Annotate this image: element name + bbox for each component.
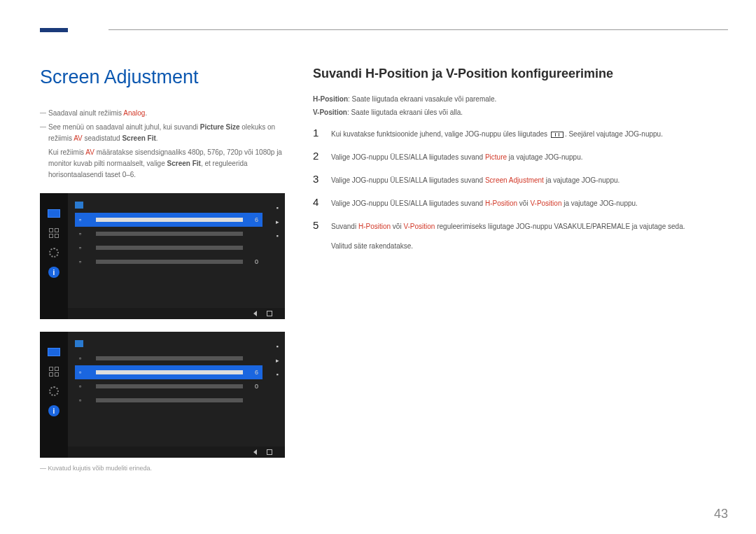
step-5: 5Suvandi H-Position või V-Position regul… (313, 219, 728, 232)
slider (96, 398, 243, 402)
row-icon: ▫ (79, 369, 90, 376)
text: . Seejärel vajutage JOG-nuppu. (565, 130, 663, 138)
vpos-label: V-Position (313, 108, 347, 116)
header-rule (108, 29, 728, 30)
slider (96, 246, 243, 250)
row-icon: ▫ (79, 244, 90, 251)
monitor-icon (46, 346, 62, 358)
slider (96, 356, 243, 360)
osd1-sidebar-right: ▪ ▸ ▪ (270, 193, 285, 319)
exit-icon (267, 311, 272, 316)
highlight: H-Position (358, 223, 391, 230)
text: Valige JOG-nuppu ÜLES/ALLA liigutades su… (331, 199, 485, 207)
osd1-row-1: ▫ (75, 227, 262, 241)
info-icon: i (46, 405, 62, 417)
osd1-sidebar: i (40, 193, 68, 319)
osd2-footer (68, 447, 285, 458)
osd1-row-3: ▫ 0 (75, 255, 262, 269)
header-accent (40, 28, 68, 32)
osd-screenshot-2: i ▫ ▫ 6 ▫ 0 (40, 332, 285, 458)
footnote: ― Kuvatud kujutis võib mudeliti erineda. (40, 465, 285, 472)
text: või (391, 223, 403, 230)
step-4: 4Valige JOG-nuppu ÜLES/ALLA liigutades s… (313, 196, 728, 209)
highlight: Picture (485, 153, 507, 161)
step-text: Valige JOG-nuppu ÜLES/ALLA liigutades su… (331, 198, 638, 209)
back-icon (253, 449, 257, 455)
text: Kui kuvatakse funktsioonide juhend, vali… (331, 130, 550, 138)
osd1-footer (68, 308, 285, 319)
osd-screenshot-1: i ▫ 6 ▫ ▫ (40, 193, 285, 319)
osd2-sidebar: i (40, 332, 68, 458)
note-screenfit: See menüü on saadaval ainult juhul, kui … (40, 122, 285, 144)
osd2-row-2: ▫ 0 (75, 379, 262, 393)
steps-list: 1Kui kuvatakse funktsioonide juhend, val… (313, 127, 728, 232)
left-column: Screen Adjustment Saadaval ainult režiim… (40, 66, 285, 472)
text: ja vajutage JOG-nuppu. (561, 199, 637, 207)
joy-right-icon: ▸ (274, 357, 281, 364)
osd2-row-1: ▫ 6 (75, 365, 262, 379)
step-2: 2Valige JOG-nuppu ÜLES/ALLA liigutades s… (313, 150, 728, 163)
highlight: H-Position (485, 199, 517, 207)
ns1d: Screen Fit (167, 160, 201, 167)
step-1: 1Kui kuvatakse funktsioonide juhend, val… (313, 127, 728, 140)
page-body: Screen Adjustment Saadaval ainult režiim… (0, 0, 756, 493)
text: Suvandi (331, 223, 358, 230)
vposition-desc: V-Position: Saate liigutada ekraani üles… (313, 107, 728, 118)
osd1-val-0: 6 (248, 216, 258, 223)
grid-icon (46, 227, 62, 239)
slider (96, 384, 243, 388)
text: ja vajutage JOG-nuppu. (544, 176, 620, 184)
osd1-val-3: 0 (248, 258, 258, 265)
step-number: 5 (313, 219, 321, 231)
text: reguleerimiseks liigutage JOG-nuppu VASA… (435, 223, 685, 230)
row-icon: ▫ (79, 230, 90, 237)
n2f: Screen Fit (122, 134, 155, 142)
vpos-text: : Saate liigutada ekraani üles või alla. (347, 108, 463, 116)
row-icon: ▫ (79, 258, 90, 265)
osd2-main: ▫ ▫ 6 ▫ 0 ▫ (68, 332, 270, 458)
slider (96, 260, 243, 264)
slider (96, 370, 243, 374)
row-icon: ▫ (79, 383, 90, 390)
monitor-icon (46, 207, 62, 220)
info-icon: i (46, 266, 62, 279)
exit-icon (267, 449, 272, 455)
page-title: Screen Adjustment (40, 66, 285, 88)
section-heading: Suvandi H-Position ja V-Position konfigu… (313, 66, 728, 81)
step-text: Kui kuvatakse funktsioonide juhend, vali… (331, 129, 663, 140)
highlight: V-Position (530, 199, 561, 207)
osd2-topglyph (75, 340, 83, 347)
osd2-val-2: 0 (248, 383, 258, 390)
text: Valige JOG-nuppu ÜLES/ALLA liigutades su… (331, 176, 485, 184)
osd2-val-1: 6 (248, 369, 258, 376)
right-column: Suvandi H-Position ja V-Position konfigu… (313, 66, 728, 472)
osd1-row-2: ▫ (75, 241, 262, 255)
ns1b: AV (85, 148, 94, 156)
osd2-sidebar-right: ▪ ▸ ▪ (270, 332, 285, 458)
text: ja vajutage JOG-nuppu. (507, 153, 582, 161)
joy-down-icon: ▪ (274, 371, 281, 378)
hpos-text: : Saate liigutada ekraani vasakule või p… (348, 95, 496, 103)
grid-icon (46, 365, 62, 378)
joy-down-icon: ▪ (274, 232, 281, 239)
gear-icon (46, 385, 62, 398)
menu-icon (551, 132, 564, 138)
n2a: See menüü on saadaval ainult juhul, kui … (48, 123, 200, 131)
step-number: 3 (313, 173, 321, 185)
step-number: 1 (313, 127, 321, 139)
note-analog-b: Analog (123, 109, 145, 117)
ns1a: Kui režiimis (48, 148, 85, 156)
note-screenfit-sub: Kui režiimis AV määratakse sisendsignaal… (40, 147, 285, 181)
text: või (517, 199, 530, 207)
osd2-row-0: ▫ (75, 351, 262, 365)
step-text: Valige JOG-nuppu ÜLES/ALLA liigutades su… (331, 152, 582, 163)
osd2-row-3: ▫ (75, 393, 262, 407)
note-analog: Saadaval ainult režiimis Analog. (40, 108, 285, 119)
slider (96, 218, 243, 222)
row-icon: ▫ (79, 216, 90, 223)
gear-icon (46, 246, 62, 259)
note-analog-c: . (145, 109, 147, 117)
n2e: seadistatud (83, 134, 122, 142)
n2g: . (156, 134, 158, 142)
hpos-label: H-Position (313, 95, 348, 103)
